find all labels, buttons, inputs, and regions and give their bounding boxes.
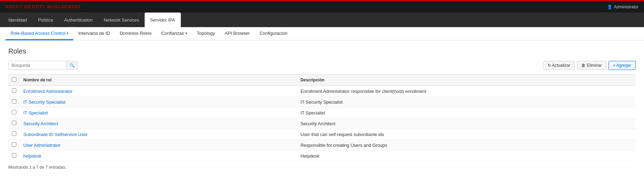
row-checkbox[interactable]	[12, 99, 16, 104]
role-description: User that can self-request subordiante i…	[297, 129, 636, 140]
search-box: 🔍	[8, 61, 78, 70]
chevron-down-icon-2: ▾	[185, 31, 187, 35]
role-name-link[interactable]: User Administrator	[23, 143, 61, 148]
table-row: User AdministratorResponsible for creati…	[8, 140, 636, 151]
user-label: Administrator	[614, 5, 638, 9]
action-buttons: ↻ Actualizar 🗑 Eliminar + Agregar	[543, 61, 636, 70]
role-description: IT Security Specialist	[297, 97, 636, 107]
col-header-name: Nombre de rol	[20, 74, 297, 86]
table-row: Subordinate ID Selfservice UserUser that…	[8, 129, 636, 140]
main-content: Roles 🔍 ↻ Actualizar 🗑 Eliminar + Agrega…	[0, 40, 644, 176]
table-row: IT Security SpecialistIT Security Specia…	[8, 97, 636, 107]
main-nav: Identidad Política Authentication Networ…	[0, 13, 644, 27]
delete-button[interactable]: 🗑 Eliminar	[577, 61, 606, 70]
row-checkbox[interactable]	[12, 142, 16, 147]
toolbar: 🔍 ↻ Actualizar 🗑 Eliminar + Agregar	[8, 61, 636, 70]
role-name-link[interactable]: helpdesk	[23, 153, 41, 159]
roles-table: Nombre de rol Descripción Enrollment Adm…	[8, 74, 636, 161]
search-input[interactable]	[9, 61, 66, 70]
subnav-item-configuracion[interactable]: Configuración	[255, 27, 292, 40]
brand-logo: ROCKY IDENTITY MANAGEMENT	[6, 5, 81, 9]
nav-item-authentication[interactable]: Authentication	[58, 13, 98, 27]
row-checkbox[interactable]	[12, 88, 16, 93]
role-name-link[interactable]: Subordinate ID Selfservice User	[23, 132, 88, 137]
subnav-item-api-browser[interactable]: API Browser	[220, 27, 255, 40]
brand-rocky: ROCKY	[6, 5, 22, 9]
col-header-desc: Descripción	[297, 74, 636, 86]
row-checkbox[interactable]	[12, 110, 16, 114]
role-name-link[interactable]: IT Specialist	[23, 110, 48, 115]
subnav-rbac-label: Role-Based Access Control	[10, 31, 65, 36]
table-row: helpdeskHelpdesk	[8, 151, 636, 161]
col-header-check	[8, 74, 20, 86]
nav-item-network-services[interactable]: Network Services	[98, 13, 145, 27]
subnav-item-rbac[interactable]: Role-Based Access Control ▾	[6, 27, 73, 40]
row-checkbox[interactable]	[12, 131, 16, 136]
select-all-checkbox[interactable]	[12, 77, 16, 82]
subnav-item-confianzas[interactable]: Confianzas ▾	[156, 27, 192, 40]
role-name-link[interactable]: Security Architect	[23, 121, 58, 126]
row-checkbox[interactable]	[12, 121, 16, 125]
add-button[interactable]: + Agregar	[609, 61, 636, 70]
subnav-confianzas-label: Confianzas	[161, 31, 184, 36]
role-name-link[interactable]: Enrollment Administrator	[23, 89, 73, 94]
top-bar: ROCKY IDENTITY MANAGEMENT 👤 Administrato…	[0, 0, 644, 13]
table-row: Enrollment AdministratorEnrollment Admin…	[8, 86, 636, 97]
table-row: IT SpecialistIT Specialist	[8, 107, 636, 118]
sub-nav: Role-Based Access Control ▾ Intervalos d…	[0, 27, 644, 40]
role-name-link[interactable]: IT Security Specialist	[23, 99, 65, 105]
user-menu[interactable]: 👤 Administrator	[607, 5, 638, 9]
search-button[interactable]: 🔍	[66, 61, 78, 70]
nav-item-servidor-ipa[interactable]: Servidor IPA	[145, 13, 181, 27]
brand-title: IDENTITY MANAGEMENT	[22, 5, 81, 9]
table-header-row: Nombre de rol Descripción	[8, 74, 636, 86]
role-description: Security Architect	[297, 118, 636, 129]
role-description: IT Specialist	[297, 107, 636, 118]
chevron-down-icon: ▾	[67, 31, 69, 35]
refresh-button[interactable]: ↻ Actualizar	[543, 61, 575, 70]
role-description: Helpdesk	[297, 151, 636, 161]
subnav-item-intervalos[interactable]: Intervalos de ID	[73, 27, 115, 40]
subnav-item-dominios[interactable]: Dominios Reino	[115, 27, 156, 40]
role-description: Enrollment Administrator responsible for…	[297, 86, 636, 97]
user-icon: 👤	[607, 5, 612, 9]
table-row: Security ArchitectSecurity Architect	[8, 118, 636, 129]
role-description: Responsible for creating Users and Group…	[297, 140, 636, 151]
nav-item-identidad[interactable]: Identidad	[3, 13, 33, 27]
table-footer: Mostrando 1 a 7 de 7 entradas.	[8, 165, 636, 170]
page-title: Roles	[8, 47, 636, 55]
subnav-item-topology[interactable]: Topology	[192, 27, 220, 40]
row-checkbox[interactable]	[12, 153, 16, 158]
search-icon: 🔍	[70, 63, 75, 68]
nav-item-politica[interactable]: Política	[33, 13, 59, 27]
